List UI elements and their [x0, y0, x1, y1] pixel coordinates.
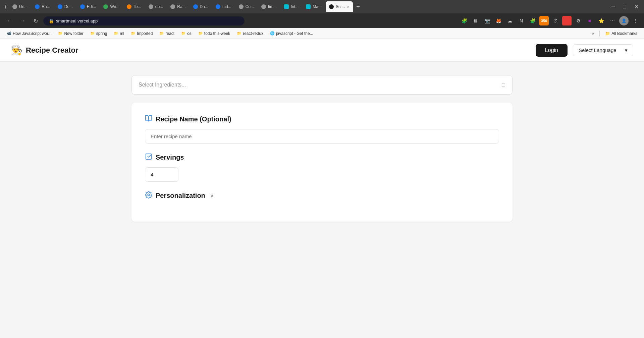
bookmark-folder-icon-1: 📁: [58, 31, 63, 36]
cast-icon[interactable]: 🖥: [471, 16, 480, 25]
bookmark-folder-icon-8: 📁: [237, 31, 241, 36]
chevron-down-icon: ▾: [625, 47, 628, 53]
tab-label-7: do...: [155, 4, 163, 9]
address-text[interactable]: smartmeal.vercel.app: [56, 18, 98, 23]
tab-ma[interactable]: Ma...: [303, 1, 325, 12]
bookmark-spring-label: spring: [96, 31, 107, 36]
servings-label: Servings: [156, 154, 184, 161]
reload-button[interactable]: ↻: [31, 16, 41, 25]
personalization-label: Personalization: [156, 192, 205, 200]
maximize-button[interactable]: □: [620, 2, 629, 11]
tab-favicon-3: [58, 4, 62, 9]
language-select-dropdown[interactable]: Select Language ▾: [573, 44, 633, 56]
tab-fle[interactable]: fle...: [123, 1, 145, 12]
bookmark-new-folder[interactable]: 📁 New folder: [55, 31, 86, 37]
tab-label-15: Scr...: [336, 4, 345, 9]
tab-da[interactable]: Da...: [190, 1, 212, 12]
tab-edi[interactable]: Edi...: [77, 1, 99, 12]
recipe-name-input[interactable]: [145, 129, 499, 144]
servings-section: Servings: [145, 153, 499, 182]
form-card: Recipe Name (Optional) Servings: [131, 103, 513, 222]
red-icon[interactable]: [562, 16, 572, 25]
ingredients-placeholder: Select Ingredients...: [139, 82, 186, 88]
more-icon[interactable]: ⋯: [608, 16, 617, 25]
fox-icon[interactable]: 🦊: [494, 16, 503, 25]
tab-favicon-8: [170, 4, 175, 9]
tab-favicon-4: [80, 4, 85, 9]
browser-chrome: ⟨ Un... Ra... De... Edi... Wri... fle...: [0, 0, 644, 39]
tab-ra2[interactable]: Ra...: [167, 1, 189, 12]
tab-tim[interactable]: tim...: [258, 1, 280, 12]
bookmark-folder-icon-3: 📁: [114, 31, 118, 36]
tab-back-btn[interactable]: ⟨: [3, 3, 8, 11]
profile-avatar[interactable]: 👤: [619, 16, 629, 25]
app-logo: 👨‍🍳 Recipe Creator: [11, 45, 78, 56]
bookmarks-bar: 📹 How JavaScript wor... 📁 New folder 📁 s…: [0, 28, 644, 39]
badge-350-icon[interactable]: 350: [539, 16, 549, 25]
new-tab-button[interactable]: +: [354, 3, 363, 11]
tab-wri[interactable]: Wri...: [100, 1, 123, 12]
bookmark-ml[interactable]: 📁 ml: [111, 31, 127, 37]
tab-bar: ⟨ Un... Ra... De... Edi... Wri... fle...: [0, 0, 644, 13]
login-button[interactable]: Login: [536, 44, 568, 57]
tab-ra1[interactable]: Ra...: [32, 1, 53, 12]
tab-label-12: tim...: [268, 4, 277, 9]
lock-icon: 🔒: [49, 18, 54, 23]
bookmark-folder-icon-4: 📁: [131, 31, 136, 36]
tab-favicon-1: [12, 4, 17, 9]
ingredients-arrow-icon: ︿ ﹀: [501, 81, 505, 89]
purple-icon[interactable]: ■: [585, 16, 594, 25]
tab-scr[interactable]: Scr... ✕: [326, 1, 353, 12]
bookmark-spring[interactable]: 📁 spring: [88, 31, 110, 37]
address-input[interactable]: 🔒 smartmeal.vercel.app: [43, 16, 245, 25]
tab-int[interactable]: Int...: [281, 1, 302, 12]
bookmark-todo[interactable]: 📁 todo this-week: [196, 31, 233, 37]
bookmark-imported[interactable]: 📁 Imported: [128, 31, 155, 37]
bookmark-os[interactable]: 📁 os: [178, 31, 194, 37]
puzzle-icon[interactable]: 🧩: [528, 16, 537, 25]
tab-favicon-12: [261, 4, 266, 9]
tab-label-14: Ma...: [313, 4, 322, 9]
timer-icon[interactable]: ⏱: [551, 16, 560, 25]
bookmarks-more-button[interactable]: »: [589, 31, 597, 37]
notion-icon[interactable]: N: [517, 16, 526, 25]
tab-label-5: Wri...: [110, 4, 119, 9]
tab-co[interactable]: Co...: [235, 1, 257, 12]
tab-favicon-10: [216, 4, 220, 9]
bookmarks-icon[interactable]: ⭐: [596, 16, 606, 25]
tab-do[interactable]: do...: [145, 1, 166, 12]
servings-input[interactable]: [145, 167, 178, 182]
browser-menu-icon[interactable]: ⋮: [631, 16, 640, 25]
all-bookmarks-item[interactable]: 📁 All Bookmarks: [602, 31, 640, 37]
tab-label-4: Edi...: [87, 4, 96, 9]
svg-point-1: [148, 194, 150, 196]
tab-close-icon[interactable]: ✕: [347, 5, 350, 9]
app-title: Recipe Creator: [26, 46, 78, 55]
camera-icon[interactable]: 📷: [482, 16, 492, 25]
tab-de[interactable]: De...: [54, 1, 76, 12]
all-bookmarks-folder-icon: 📁: [605, 31, 610, 36]
bookmark-folder-icon-7: 📁: [198, 31, 203, 36]
bookmark-react-redux[interactable]: 📁 react-redux: [234, 31, 266, 37]
window-controls: ─ □ ✕: [608, 2, 641, 11]
bookmark-react[interactable]: 📁 react: [157, 31, 177, 37]
settings-icon[interactable]: ⚙: [574, 16, 583, 25]
close-button[interactable]: ✕: [632, 2, 641, 11]
recipe-name-label: Recipe Name (Optional): [156, 115, 231, 123]
tab-favicon-7: [149, 4, 153, 9]
ingredients-select-input[interactable]: Select Ingredients... ︿ ﹀: [131, 75, 513, 95]
back-button[interactable]: ←: [4, 16, 15, 25]
cloud-icon[interactable]: ☁: [505, 16, 515, 25]
personalization-toggle[interactable]: Personalization ∨: [145, 191, 499, 200]
bookmark-os-label: os: [187, 31, 192, 36]
extensions-icon[interactable]: 🧩: [460, 16, 469, 25]
tab-md[interactable]: md...: [212, 1, 235, 12]
servings-icon: [145, 153, 152, 162]
bookmark-js[interactable]: 📹 How JavaScript wor...: [4, 31, 54, 37]
bookmark-javascript-label: javascript - Get the...: [276, 31, 313, 36]
tab-un[interactable]: Un...: [9, 1, 31, 12]
minimize-button[interactable]: ─: [608, 2, 618, 11]
bookmark-javascript[interactable]: 🌐 javascript - Get the...: [267, 31, 316, 37]
app-wrapper: 👨‍🍳 Recipe Creator Login Select Language…: [0, 39, 644, 338]
forward-button[interactable]: →: [17, 16, 28, 25]
